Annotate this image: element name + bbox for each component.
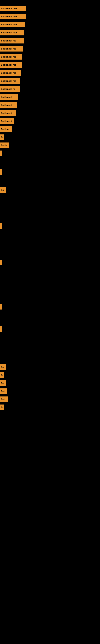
bar-label: Bottleneck r — [0, 94, 18, 100]
vertical-line — [1, 324, 1, 342]
bar-row: Bott — [0, 388, 7, 394]
bar-label: B — [0, 404, 4, 410]
bar-label: Bottleneck r — [0, 110, 16, 116]
bar-label: B — [0, 134, 4, 140]
bar-row: Bottleneck res — [0, 62, 22, 68]
bar-row: Bottleneck resu — [0, 14, 26, 19]
bar-row: Bo — [0, 380, 6, 386]
bar-label: Bottleneck res — [0, 46, 23, 52]
bar-label: Bott — [0, 396, 8, 402]
bar-label: Bottleneck res — [0, 54, 22, 60]
bar-label: Bottleneck r — [0, 102, 17, 108]
bar-row: B — [0, 134, 4, 140]
vertical-line — [1, 258, 1, 280]
vertical-line — [1, 167, 1, 187]
bar-row: Bottle — [0, 142, 9, 148]
bar-row: Bo — [0, 187, 6, 193]
bar-row: Bott — [0, 396, 8, 402]
bar-row: Bottleneck res — [0, 70, 21, 76]
bar-row: Bottleneck res — [0, 38, 24, 44]
bar-row: Bottleneck re — [0, 86, 20, 92]
bar-label: Bottleneck res — [0, 62, 22, 68]
bar-label: Bo — [0, 364, 6, 370]
bar-label: Bottleneck resu — [0, 14, 26, 19]
bar-label: Bottle — [0, 142, 9, 148]
bar-label: Bottleneck res — [0, 38, 24, 44]
bar-row: Bottlen — [0, 126, 12, 132]
site-title — [0, 0, 100, 2]
bar-label: B — [0, 372, 4, 378]
bar-row: Bo — [0, 364, 6, 370]
bar-label: Bottleneck res — [0, 70, 21, 76]
bar-label: Bottleneck resu — [0, 22, 25, 27]
bar-label: Bo — [0, 380, 6, 386]
bar-row: Bottleneck resu — [0, 22, 25, 27]
bar-row: Bottleneck r — [0, 110, 16, 116]
bar-label: Bottleneck — [0, 118, 14, 124]
bar-row: Bottleneck — [0, 118, 14, 124]
bar-label: Bottleneck resu — [0, 6, 26, 11]
bar-label: Bo — [0, 187, 6, 193]
vertical-line — [1, 222, 1, 240]
bar-label: Bottleneck res — [0, 78, 20, 84]
bar-label: Bottleneck re — [0, 86, 20, 92]
bar-row: B — [0, 404, 4, 410]
vertical-line — [1, 150, 1, 167]
bar-label: Bottlen — [0, 126, 12, 132]
bar-row: Bottleneck resu — [0, 6, 26, 11]
vertical-line — [1, 302, 1, 326]
bar-row: Bottleneck res — [0, 54, 22, 60]
bar-row: Bottleneck res — [0, 78, 20, 84]
bar-label: Bott — [0, 388, 7, 394]
bar-row: Bottleneck resu — [0, 30, 24, 36]
bar-row: Bottleneck res — [0, 46, 23, 52]
bar-row: Bottleneck r — [0, 102, 17, 108]
bar-row: Bottleneck r — [0, 94, 18, 100]
bar-label: Bottleneck resu — [0, 30, 24, 36]
bar-row: B — [0, 372, 4, 378]
